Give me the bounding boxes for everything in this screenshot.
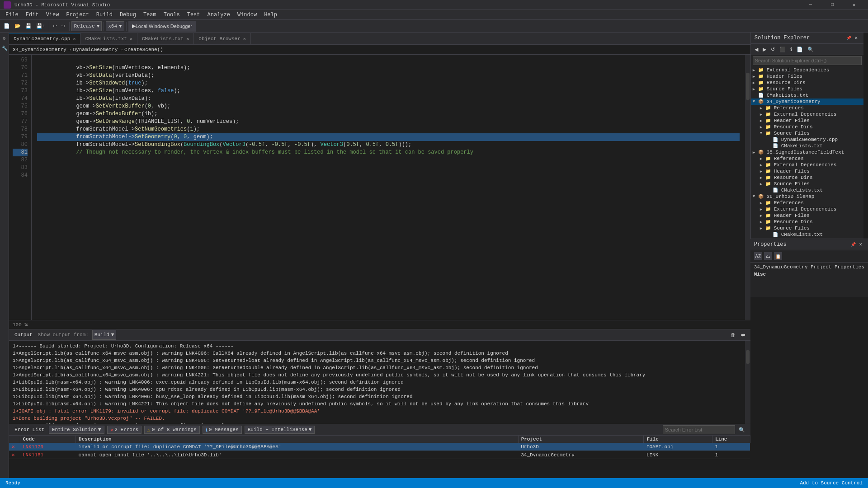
- se-properties[interactable]: ℹ: [788, 44, 794, 55]
- tab-2[interactable]: CMakeLists.txt✕: [137, 33, 194, 44]
- messages-filter[interactable]: ℹ 0 Messages: [203, 426, 242, 434]
- toolbar-save-all[interactable]: 💾+: [34, 21, 47, 32]
- menu-build[interactable]: Build: [93, 10, 116, 20]
- se-filter[interactable]: 🔍: [806, 44, 816, 55]
- menu-tools[interactable]: Tools: [160, 10, 184, 20]
- output-scrollbar[interactable]: [745, 341, 750, 424]
- tree-node-6[interactable]: ▶ 📁 References: [751, 105, 863, 111]
- error-row[interactable]: ✕ LNK1179 invalid or corrupt file: dupli…: [9, 443, 750, 451]
- editor-scrollbar[interactable]: [745, 55, 750, 320]
- error-row[interactable]: ✕ LNK1181 cannot open input file '..\..\…: [9, 451, 750, 459]
- se-refresh[interactable]: ↺: [769, 44, 777, 55]
- toolbar-undo[interactable]: ↩: [51, 21, 59, 32]
- tree-node-16[interactable]: ▶ 📁 Header Files: [751, 168, 863, 174]
- tree-node-25[interactable]: ▶ 📁 Source Files: [751, 225, 863, 231]
- tree-node-4[interactable]: 📄 CMakeLists.txt: [751, 92, 863, 99]
- menu-analyze[interactable]: Analyze: [204, 10, 234, 20]
- errors-filter[interactable]: ✕ 2 Errors: [107, 426, 142, 434]
- col-project[interactable]: Project: [518, 436, 644, 443]
- output-word-wrap[interactable]: ⇌: [739, 329, 747, 340]
- toolbar-open[interactable]: 📂: [13, 21, 23, 32]
- tree-node-10[interactable]: ▼ 📁 Source Files: [751, 130, 863, 136]
- tree-node-14[interactable]: ▶ 📁 References: [751, 155, 863, 162]
- close-button[interactable]: ✕: [844, 0, 864, 10]
- tab-close-1[interactable]: ✕: [130, 36, 132, 42]
- se-back[interactable]: ◀: [753, 44, 760, 55]
- menu-test[interactable]: Test: [184, 10, 204, 20]
- tree-node-8[interactable]: ▶ 📁 Header Files: [751, 117, 863, 124]
- add-source-control[interactable]: Add to Source Control: [798, 480, 864, 486]
- tree-node-0[interactable]: ▶ 📁 External Dependencies: [751, 67, 863, 73]
- restore-button[interactable]: □: [822, 0, 843, 10]
- menu-debug[interactable]: Debug: [116, 10, 140, 20]
- tree-node-5[interactable]: ▼ 📦 34_DynamicGeometry: [751, 99, 863, 105]
- build-filter[interactable]: Build + IntelliSense ▼: [245, 426, 315, 434]
- menu-edit[interactable]: Edit: [22, 10, 42, 20]
- tree-node-3[interactable]: ▶ 📁 Source Files: [751, 86, 863, 92]
- tree-node-15[interactable]: ▶ 📁 External Dependencies: [751, 162, 863, 168]
- tree-node-2[interactable]: ▶ 📁 Resource Dirs: [751, 80, 863, 86]
- tree-node-11[interactable]: 📄 DynamicGeometry.cpp: [751, 136, 863, 143]
- zoom-level[interactable]: 100 %: [13, 322, 28, 328]
- tab-close-2[interactable]: ✕: [186, 36, 189, 42]
- tree-node-22[interactable]: ▶ 📁 External Dependencies: [751, 206, 863, 212]
- error-list-tab[interactable]: Error List: [13, 427, 46, 432]
- configuration-dropdown[interactable]: Release ▼: [71, 21, 102, 31]
- menu-team[interactable]: Team: [140, 10, 160, 20]
- tree-node-24[interactable]: ▶ 📁 Resource Dirs: [751, 219, 863, 225]
- tree-node-18[interactable]: ▶ 📁 Source Files: [751, 181, 863, 187]
- toolbar-redo[interactable]: ↪: [60, 21, 67, 32]
- tab-3[interactable]: Object Browser✕: [194, 33, 250, 44]
- server-explorer-icon[interactable]: ⚙: [0, 34, 9, 42]
- warnings-filter[interactable]: ⚠ 0 of 8 Warnings: [144, 426, 200, 434]
- tree-node-13[interactable]: ▶ 📦 35_SignedDistanceFieldText: [751, 149, 863, 155]
- scope-dropdown[interactable]: Entire Solution ▼: [49, 426, 104, 434]
- col-file[interactable]: File: [644, 436, 712, 443]
- output-tab[interactable]: Output: [13, 332, 34, 338]
- menu-project[interactable]: Project: [62, 10, 92, 20]
- toolbar-save[interactable]: 💾: [24, 21, 33, 32]
- tree-node-21[interactable]: ▶ 📁 References: [751, 200, 863, 206]
- col-line[interactable]: Line: [712, 436, 750, 443]
- output-clear[interactable]: 🗑: [729, 329, 737, 340]
- prop-category-sort[interactable]: 🗂: [764, 252, 772, 260]
- se-collapse-all[interactable]: ⬛: [778, 44, 788, 55]
- tree-node-20[interactable]: ▼ 📦 36_Urho2DTileMap: [751, 193, 863, 200]
- menu-file[interactable]: File: [2, 10, 22, 20]
- menu-view[interactable]: View: [42, 10, 63, 20]
- error-search[interactable]: [663, 425, 735, 434]
- tree-node-19[interactable]: 📄 CMakeLists.txt: [751, 187, 863, 193]
- tree-node-9[interactable]: ▶ 📁 Resource Dirs: [751, 124, 863, 130]
- menu-window[interactable]: Window: [234, 10, 260, 20]
- col-code[interactable]: Code: [20, 436, 76, 443]
- start-debug-button[interactable]: ▶ Local Windows Debugger: [128, 21, 196, 32]
- tab-close-3[interactable]: ✕: [243, 36, 246, 42]
- output-content[interactable]: 1>------ Build started: Project: Urho3D,…: [9, 341, 745, 424]
- tree-node-26[interactable]: 📄 CMakeLists.txt: [751, 231, 863, 238]
- toolbar-new[interactable]: 📄: [2, 21, 12, 32]
- minimize-button[interactable]: ─: [800, 0, 821, 10]
- tree-node-12[interactable]: 📄 CMakeLists.txt: [751, 143, 863, 149]
- output-source-dropdown[interactable]: Build ▼: [92, 330, 117, 340]
- prop-pin[interactable]: 📌: [849, 241, 856, 248]
- se-forward[interactable]: ▶: [761, 44, 768, 55]
- tree-node-1[interactable]: ▶ 📁 Header Files: [751, 73, 863, 80]
- tab-close-0[interactable]: ✕: [73, 36, 75, 42]
- menu-help[interactable]: Help: [260, 10, 281, 20]
- tree-node-23[interactable]: ▶ 📁 Header Files: [751, 212, 863, 219]
- tab-0[interactable]: DynamicGeometry.cpp✕: [9, 33, 80, 44]
- tree-node-7[interactable]: ▶ 📁 External Dependencies: [751, 111, 863, 117]
- tab-1[interactable]: CMakeLists.txt✕: [80, 33, 137, 44]
- prop-close[interactable]: ✕: [857, 241, 864, 248]
- code-content[interactable]: vb->SetSize(numVertices, elements); vb->…: [32, 55, 745, 320]
- col-desc[interactable]: Description: [76, 436, 519, 443]
- toolbox-icon[interactable]: 🔧: [0, 44, 9, 52]
- prop-pages[interactable]: 📋: [774, 252, 782, 260]
- se-search-input[interactable]: [753, 56, 862, 65]
- platform-dropdown[interactable]: x64 ▼: [106, 21, 124, 31]
- se-pin[interactable]: 📌: [844, 34, 852, 42]
- se-close[interactable]: ✕: [853, 34, 860, 42]
- tree-node-17[interactable]: ▶ 📁 Resource Dirs: [751, 174, 863, 181]
- error-search-btn[interactable]: 🔍: [737, 424, 747, 435]
- prop-az-sort[interactable]: AZ: [754, 252, 762, 260]
